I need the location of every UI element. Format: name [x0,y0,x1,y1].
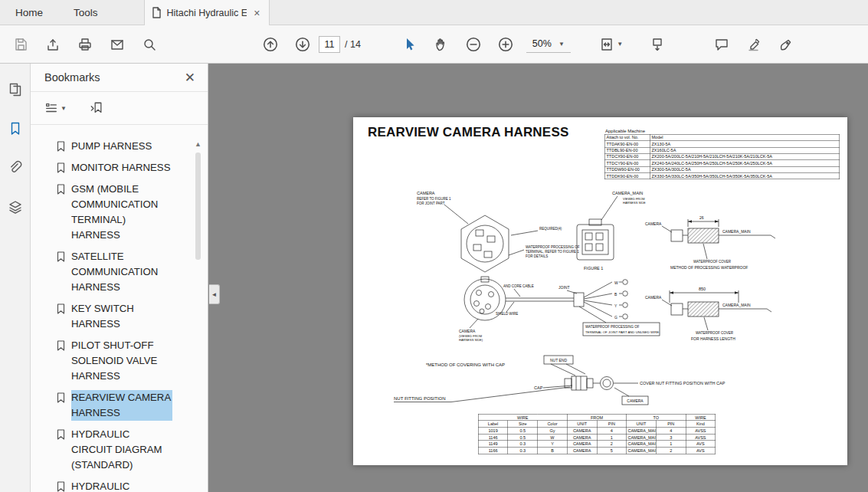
window-body: Bookmarks ✕ ▼ PUMP HARNESS [0,64,868,492]
zoom-level-value: 50% [532,38,552,49]
page-scrolling-button[interactable] [644,31,670,57]
svg-text:CAMERA: CAMERA [417,191,435,195]
cap-covering-figure: *METHOD OF COVERING WITH CAP NUT END [394,356,726,405]
svg-text:CAMERA_MAIN: CAMERA_MAIN [722,303,751,307]
document-viewport[interactable]: REARVIEW CAMERA HARNESS Applicable Machi… [208,64,868,492]
bookmark-options-icon [44,101,58,115]
layers-button[interactable] [8,199,23,218]
svg-text:AND CORE CABLE: AND CORE CABLE [503,284,534,288]
page-number-input[interactable] [319,36,340,53]
bookmark-item-pump-harness[interactable]: PUMP HARNESS [57,139,208,154]
share-button[interactable] [40,31,66,57]
bookmark-item-hydraulic-standard[interactable]: HYDRAULIC CIRCUIT DIAGRAM (STANDARD) [57,427,208,473]
scroll-up-icon[interactable]: ▲ [195,139,201,149]
bookmark-item-satellite-harness[interactable]: SATELLITE COMMUNICATION HARNESS [57,249,208,295]
bookmarks-list: PUMP HARNESS MONITOR HARNESS GSM (MOBILE… [31,125,208,492]
svg-text:HARNESS SIDE): HARNESS SIDE) [459,338,483,342]
attachments-button[interactable] [8,160,23,179]
highlight-button[interactable] [741,31,767,57]
document-tab[interactable]: Hitachi Hydraulic Ex... × [144,0,270,25]
svg-text:HARNESS SIDE: HARNESS SIDE [623,201,646,205]
zoom-in-button[interactable] [493,31,519,57]
close-icon[interactable]: ✕ [182,70,198,86]
print-button[interactable] [72,31,98,57]
svg-text:NUT END: NUT END [550,358,568,362]
layers-icon [8,199,23,215]
svg-text:WATERPROOF COVER: WATERPROOF COVER [696,331,734,335]
bookmark-icon [57,392,65,403]
svg-text:CAMERA: CAMERA [645,295,662,300]
page-thumbnails-button[interactable] [8,82,23,100]
document-tab-label: Hitachi Hydraulic Ex... [167,8,247,18]
fit-width-button[interactable]: ▼ [594,31,629,57]
collapse-panel-handle[interactable]: ◄ [209,284,220,304]
svg-text:REFER TO FIGURE 1: REFER TO FIGURE 1 [417,197,451,201]
search-button[interactable] [136,31,162,57]
table-row: 11460.5WCAMERA1CAMERA_MAIN3AVSS [478,434,716,441]
bookmarks-panel-button[interactable] [8,121,23,139]
bookmark-item-key-switch-harness[interactable]: KEY SWITCH HARNESS [57,301,208,332]
table-header-row: WIRE FROM TO WIRE [478,414,716,421]
svg-text:CAMERA: CAMERA [459,329,476,333]
arrow-down-circle-icon [294,36,311,53]
svg-text:Y: Y [614,303,617,308]
hand-tool-button[interactable] [428,31,454,57]
paperclip-icon [8,160,23,175]
options-menu-button[interactable]: ▼ [44,101,67,115]
svg-text:CAMERA_MAIN: CAMERA_MAIN [612,191,643,195]
bookmark-icon [57,251,65,262]
bookmark-item-rearview-camera-harness[interactable]: REARVIEW CAMERA HARNESS [57,390,208,421]
svg-text:FOR HARNESS LENGTH: FOR HARNESS LENGTH [691,336,735,341]
svg-text:METHOD OF PROCESSING WATERPROO: METHOD OF PROCESSING WATERPROOF [670,265,748,270]
fit-width-icon [599,37,614,52]
email-button[interactable] [104,31,130,57]
table-header-row: Label Size Color UNIT PIN UNIT PIN Kind [478,421,716,428]
table-row: 11490.3YCAMERA2CAMERA_MAIN1AVS [478,441,716,448]
comment-bubble-icon [714,37,729,52]
table-row: 10190.5GyCAMERA4CAMERA_MAIN4AVSS [478,428,716,435]
bookmark-item-gsm-harness[interactable]: GSM (MOBILE COMMUNICATION TERMINAL) HARN… [57,182,208,243]
previous-page-button[interactable] [257,31,283,57]
wire-table-block: WIRE FROM TO WIRE Label Size Color UNIT … [478,414,717,454]
pointer-icon [401,37,417,52]
scrollbar-thumb[interactable] [195,153,201,260]
harness-diagram: CAMERA REFER TO FIGURE 1 FOR JOINT PART … [353,117,847,465]
svg-text:CAP: CAP [534,385,543,390]
select-tool-button[interactable] [396,31,422,57]
comment-button[interactable] [709,31,735,57]
bookmark-icon [57,162,65,173]
tab-home[interactable]: Home [0,0,58,25]
bookmark-icon [57,184,65,195]
svg-text:850: 850 [699,287,706,291]
email-icon [110,37,125,52]
bookmark-label: PILOT SHUT-OFF SOLENOID VALVE HARNESS [71,338,172,384]
save-button[interactable] [8,31,34,57]
scrolling-pages-icon [650,37,665,52]
bookmark-label: GSM (MOBILE COMMUNICATION TERMINAL) HARN… [71,182,172,243]
bookmark-icon [57,303,65,314]
bookmarks-panel-header: Bookmarks ✕ [31,64,208,91]
svg-text:W: W [614,280,618,285]
acrobat-window: Home Tools Hitachi Hydraulic Ex... × [0,0,868,492]
expand-current-bookmark-button[interactable] [90,101,103,115]
zoom-out-button[interactable] [460,31,486,57]
svg-text:WATERPROOF PROCESSING OF: WATERPROOF PROCESSING OF [526,245,580,249]
print-icon [77,37,93,52]
next-page-button[interactable] [290,31,316,57]
fill-sign-button[interactable] [773,31,799,57]
bookmark-item-monitor-harness[interactable]: MONITOR HARNESS [57,160,208,175]
bookmark-item-hydraulic-optional[interactable]: HYDRAULIC CIRCUIT DIAGRAM (OPTIONAL) [57,479,208,492]
bookmark-label: HYDRAULIC CIRCUIT DIAGRAM (OPTIONAL) [71,479,172,492]
bookmark-label: REARVIEW CAMERA HARNESS [71,390,172,421]
zoom-level-select[interactable]: 50% ▼ [526,35,571,53]
bookmark-item-pilot-shutoff-harness[interactable]: PILOT SHUT-OFF SOLENOID VALVE HARNESS [57,338,208,384]
svg-text:CAMERA: CAMERA [645,221,662,226]
bookmarks-panel: Bookmarks ✕ ▼ PUMP HARNESS [31,64,208,492]
svg-text:TERMINAL OF JOINT PART AND UNU: TERMINAL OF JOINT PART AND UNUSED WIRE. [585,330,660,334]
tab-tools[interactable]: Tools [58,0,113,25]
panel-scrollbar[interactable]: ▲ [192,139,204,492]
svg-text:TERMINAL, REFER TO FIGURE 1: TERMINAL, REFER TO FIGURE 1 [526,250,579,254]
svg-text:CAMERA: CAMERA [627,399,644,403]
close-tab-icon[interactable]: × [252,7,261,19]
hand-icon [434,37,449,52]
